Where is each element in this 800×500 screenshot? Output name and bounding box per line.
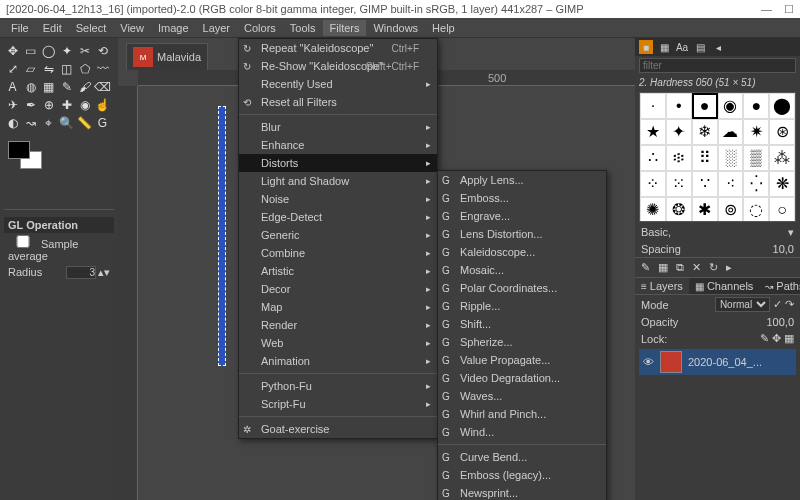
tab-paths[interactable]: ↝Paths [759, 278, 800, 294]
dock-tab-history[interactable]: ▤ [693, 40, 707, 54]
tool-eraser[interactable]: ⌫ [94, 78, 111, 95]
filters-item[interactable]: Noise▸ [239, 190, 437, 208]
sample-average-checkbox[interactable] [8, 235, 38, 248]
filters-item[interactable]: Enhance▸ [239, 136, 437, 154]
distorts-item[interactable]: GWhirl and Pinch... [438, 405, 606, 423]
menu-select[interactable]: Select [69, 20, 114, 36]
opacity-value[interactable]: 100,0 [766, 316, 794, 328]
filters-item[interactable]: Generic▸ [239, 226, 437, 244]
tool-move[interactable]: ✥ [4, 42, 21, 59]
distorts-submenu[interactable]: GApply Lens...GEmboss...GEngrave...GLens… [437, 170, 607, 500]
filters-item[interactable]: Recently Used▸ [239, 75, 437, 93]
lock-icons[interactable]: ✎ ✥ ▦ [760, 332, 794, 345]
distorts-item[interactable]: GWaves... [438, 387, 606, 405]
radius-input[interactable] [66, 266, 96, 279]
filters-item[interactable]: Distorts▸ [239, 154, 437, 172]
tool-rect-select[interactable]: ▭ [22, 42, 39, 59]
minimize-icon[interactable]: — [761, 3, 772, 16]
distorts-item[interactable]: GLens Distortion... [438, 225, 606, 243]
tool-warp[interactable]: 〰 [94, 60, 111, 77]
menu-help[interactable]: Help [425, 20, 462, 36]
tool-gradient[interactable]: ▦ [40, 78, 57, 95]
open-brush-icon[interactable]: ▸ [726, 261, 732, 274]
filter-input[interactable] [639, 58, 796, 73]
menu-colors[interactable]: Colors [237, 20, 283, 36]
dock-menu-icon[interactable]: ◂ [711, 40, 725, 54]
distorts-item[interactable]: GNewsprint... [438, 484, 606, 500]
dock-tab-fonts[interactable]: Aa [675, 40, 689, 54]
distorts-item[interactable]: GApply Lens... [438, 171, 606, 189]
menu-windows[interactable]: Windows [366, 20, 425, 36]
spacing-value[interactable]: 10,0 [773, 243, 794, 255]
menu-layer[interactable]: Layer [196, 20, 238, 36]
layer-item[interactable]: 👁 2020-06_04_... [639, 349, 796, 375]
dock-tab-brushes[interactable]: ■ [639, 40, 653, 54]
filters-item[interactable]: Light and Shadow▸ [239, 172, 437, 190]
filters-item[interactable]: Blur▸ [239, 118, 437, 136]
filters-item[interactable]: ↻Re-Show "Kaleidoscope"Shift+Ctrl+F [239, 57, 437, 75]
layer-name[interactable]: 2020-06_04_... [688, 356, 762, 368]
distorts-item[interactable]: GCurve Bend... [438, 448, 606, 466]
filters-item[interactable]: ✲Goat-exercise [239, 420, 437, 438]
menu-image[interactable]: Image [151, 20, 196, 36]
tool-dodge[interactable]: ◐ [4, 114, 21, 131]
distorts-item[interactable]: GRipple... [438, 297, 606, 315]
visibility-icon[interactable]: 👁 [643, 356, 654, 368]
filters-item[interactable]: Animation▸ [239, 352, 437, 370]
tool-scale[interactable]: ⤢ [4, 60, 21, 77]
tool-zoom[interactable]: 🔍 [58, 114, 75, 131]
filters-item[interactable]: Decor▸ [239, 280, 437, 298]
tool-pencil[interactable]: ✎ [58, 78, 75, 95]
tool-paths[interactable]: ↝ [22, 114, 39, 131]
tool-free-select[interactable]: ◯ [40, 42, 57, 59]
tool-smudge[interactable]: ☝ [94, 96, 111, 113]
filters-item[interactable]: Artistic▸ [239, 262, 437, 280]
mode-select[interactable]: Normal [715, 297, 770, 312]
menu-bar[interactable]: File Edit Select View Image Layer Colors… [0, 18, 800, 38]
dock-tab-patterns[interactable]: ▦ [657, 40, 671, 54]
distorts-item[interactable]: GMosaic... [438, 261, 606, 279]
distorts-item[interactable]: GSpherize... [438, 333, 606, 351]
color-swatches[interactable] [8, 141, 48, 175]
duplicate-brush-icon[interactable]: ⧉ [676, 261, 684, 274]
delete-brush-icon[interactable]: ✕ [692, 261, 701, 274]
new-brush-icon[interactable]: ▦ [658, 261, 668, 274]
tool-fuzzy-select[interactable]: ✦ [58, 42, 75, 59]
distorts-item[interactable]: GPolar Coordinates... [438, 279, 606, 297]
filters-item[interactable]: Script-Fu▸ [239, 395, 437, 413]
distorts-item[interactable]: GShift... [438, 315, 606, 333]
distorts-item[interactable]: GKaleidoscope... [438, 243, 606, 261]
edit-brush-icon[interactable]: ✎ [641, 261, 650, 274]
tool-clone[interactable]: ⊕ [40, 96, 57, 113]
tool-flip[interactable]: ⇋ [40, 60, 57, 77]
filters-item[interactable]: Web▸ [239, 334, 437, 352]
tool-heal[interactable]: ✚ [58, 96, 75, 113]
selection-marquee[interactable] [218, 106, 226, 366]
distorts-item[interactable]: GVideo Degradation... [438, 369, 606, 387]
tab-channels[interactable]: ▦Channels [689, 278, 759, 294]
tool-measure[interactable]: 📏 [76, 114, 93, 131]
tool-gegl[interactable]: G [94, 114, 111, 131]
brush-menu-icon[interactable]: ▾ [788, 226, 794, 239]
menu-view[interactable]: View [113, 20, 151, 36]
filters-item[interactable]: Map▸ [239, 298, 437, 316]
tool-ink[interactable]: ✒ [22, 96, 39, 113]
tool-color-picker[interactable]: ⌖ [40, 114, 57, 131]
filters-item[interactable]: Python-Fu▸ [239, 377, 437, 395]
distorts-item[interactable]: GEmboss (legacy)... [438, 466, 606, 484]
filters-item[interactable]: Combine▸ [239, 244, 437, 262]
filters-item[interactable]: ⟲Reset all Filters [239, 93, 437, 111]
menu-tools[interactable]: Tools [283, 20, 323, 36]
menu-filters[interactable]: Filters [323, 20, 367, 36]
distorts-item[interactable]: GEngrave... [438, 207, 606, 225]
distorts-item[interactable]: GValue Propagate... [438, 351, 606, 369]
sample-average-row[interactable]: Sample average [4, 233, 114, 264]
tool-perspective[interactable]: ◫ [58, 60, 75, 77]
image-tab[interactable]: M Malavida [126, 43, 208, 70]
tool-crop[interactable]: ✂ [76, 42, 93, 59]
tool-rotate[interactable]: ⟲ [94, 42, 111, 59]
filters-item[interactable]: ↻Repeat "Kaleidoscope"Ctrl+F [239, 39, 437, 57]
distorts-item[interactable]: GWind... [438, 423, 606, 441]
tool-text[interactable]: A [4, 78, 21, 95]
tool-brush[interactable]: 🖌 [76, 78, 93, 95]
